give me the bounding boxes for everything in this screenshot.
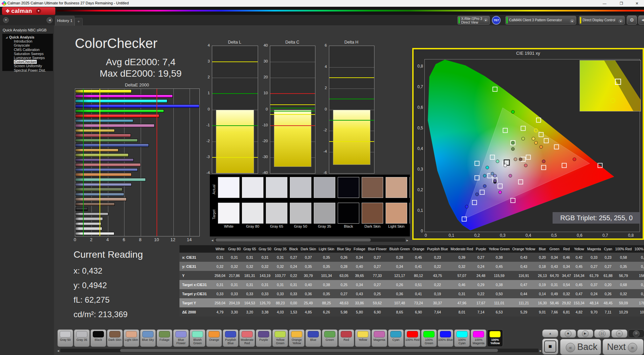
pattern-window-button[interactable]: [-]: [594, 329, 610, 338]
meter-count-badge[interactable]: 707: [492, 16, 501, 25]
patch-button-light-skin[interactable]: Light Skin: [123, 329, 139, 347]
gear-icon[interactable]: ⚙: [627, 16, 637, 25]
sidebar-item-saturation-sweeps[interactable]: Saturation Sweeps: [2, 52, 53, 56]
scrollbar-thumb[interactable]: [216, 238, 371, 242]
workflow-options-button[interactable]: ●: [3, 17, 9, 23]
table-cell: 101,34: [317, 271, 336, 280]
cie-y-tick: 0,7: [413, 84, 423, 89]
patch-button-orange-yellow[interactable]: Orange Yellow: [289, 329, 305, 347]
sidebar-item-grayscale[interactable]: Grayscale: [2, 43, 53, 47]
table-cell: 181,31: [242, 271, 257, 280]
table-cell: 0,43: [548, 262, 561, 271]
chevron-down-icon[interactable]: ▼: [570, 19, 575, 24]
sidebar-item-screen-uniformity[interactable]: Screen Uniformity: [2, 64, 53, 68]
pattern-generator-dropdown[interactable]: CalMAN Client 3 Pattern Generator ▼: [505, 16, 576, 25]
display-control-dropdown[interactable]: Direct Display Control ▼: [579, 16, 625, 25]
patch-button-red[interactable]: Red: [338, 329, 354, 347]
tab-history-1[interactable]: History 1: [55, 16, 75, 26]
deltae-bar-bluish-green: [75, 178, 146, 181]
measured-point: [483, 184, 486, 187]
patch-strip-scrollbar[interactable]: ◀ ▶: [56, 348, 543, 353]
scrollbar-thumb[interactable]: [120, 349, 498, 352]
stop-pattern-button[interactable]: ■: [542, 338, 558, 355]
sidebar-item-spectral-power-dist-[interactable]: Spectral Power Dist.: [2, 68, 53, 72]
patch-button-purplish-blue[interactable]: Purplish Blue: [223, 329, 239, 347]
patch-button-blue-flower[interactable]: Blue Flower: [173, 329, 189, 347]
patch-button-100-blue[interactable]: 100% Blue: [438, 329, 453, 347]
chevron-down-icon[interactable]: ▼: [618, 19, 623, 24]
target-swatch-light-skin: [386, 203, 407, 224]
delta_h-bar: [333, 110, 370, 165]
table-cell: 111,01: [487, 298, 511, 307]
sidebar-item-introduction[interactable]: Introduction: [2, 39, 53, 43]
patch-chip: [258, 331, 269, 337]
sidebar-item-luminance-sweeps[interactable]: Luminance Sweeps: [2, 56, 53, 60]
table-cell: 0,22: [426, 280, 449, 289]
patch-button-orange[interactable]: Orange: [206, 329, 222, 347]
restore-button[interactable]: ❐: [616, 0, 627, 7]
patch-button-100-yellow[interactable]: 100% Yellow: [487, 329, 503, 347]
scroll-left-icon[interactable]: ◀: [56, 349, 60, 352]
patch-button-foliage[interactable]: Foliage: [157, 329, 172, 347]
patch-button-100-green[interactable]: 100% Green: [421, 329, 437, 347]
table-cell: 0,31: [213, 280, 227, 289]
patch-chip: [341, 331, 352, 337]
tree-root-quick-analysis[interactable]: ◢Quick Analysis: [2, 35, 53, 39]
cie-x-tick: 0,4: [522, 233, 535, 238]
back-button[interactable]: «Back: [560, 339, 601, 355]
cie-x-tick: 0,5: [547, 233, 561, 238]
continuous-measure-button[interactable]: ∞: [611, 329, 627, 338]
strip-collapse-button[interactable]: ▲: [542, 329, 558, 337]
patch-button-moderate-red[interactable]: Moderate Red: [239, 329, 255, 347]
close-button[interactable]: ✕: [631, 0, 643, 7]
patch-button-bluish-green[interactable]: Bluish Green: [190, 329, 205, 347]
deltae-x-tick: 10: [151, 237, 162, 242]
sidebar-item-colorchecker[interactable]: ColorChecker: [2, 60, 53, 64]
table-cell: 0,33: [227, 289, 242, 298]
patch-button-100-magenta[interactable]: 100% Magenta: [471, 329, 486, 347]
deltae-x-tick: 8: [135, 237, 145, 242]
patch-button-yellow[interactable]: Yellow: [355, 329, 371, 347]
patch-button-blue-sky[interactable]: Blue Sky: [140, 329, 156, 347]
logo-caret-icon[interactable]: ▼: [36, 8, 41, 14]
play-button[interactable]: ▶: [577, 329, 593, 338]
pattern-generator-status-bar: [506, 17, 508, 24]
patch-button-purple[interactable]: Purple: [256, 329, 272, 347]
patch-button-gray-50[interactable]: Gray 50: [57, 329, 73, 347]
toolbar: ● ◀ History 1 + X-Rite i1Pro 3 Direct Vi…: [0, 15, 644, 25]
cie-x-tick: 0,1: [445, 233, 458, 238]
table-cell: 0,45: [572, 262, 586, 271]
chevron-down-icon[interactable]: ▼: [483, 18, 488, 23]
patch-button-blue[interactable]: Blue: [305, 329, 321, 347]
patch-button-gray-35[interactable]: Gray 35: [74, 329, 90, 347]
add-tab-button[interactable]: +: [75, 18, 83, 26]
patch-button-yellow-green[interactable]: Yellow Green: [272, 329, 288, 347]
patch-button-black[interactable]: Black: [90, 329, 106, 347]
patch-button-dark-skin[interactable]: Dark Skin: [107, 329, 123, 347]
scroll-right-icon[interactable]: ▶: [405, 238, 410, 242]
swatch-label: Gray 35: [314, 224, 335, 228]
cie-x-tick: 0,6: [573, 233, 586, 238]
sidebar-item-cms-calibration[interactable]: CMS Calibration: [2, 48, 53, 52]
patch-button-100-cyan[interactable]: 100% Cyan: [454, 329, 470, 347]
swatch-scrollbar[interactable]: ◀ ▶: [210, 238, 410, 242]
collapse-panel-button[interactable]: ◀: [638, 16, 644, 25]
patch-button-100-red[interactable]: 100% Red: [404, 329, 420, 347]
table-cell: 8,01: [449, 307, 475, 316]
scroll-left-icon[interactable]: ◀: [210, 238, 215, 242]
delta_l-chart: [212, 46, 258, 174]
sync-button[interactable]: ⟳: [628, 329, 644, 338]
patch-button-green[interactable]: Green: [322, 329, 338, 347]
table-cell: 7,64: [426, 307, 449, 316]
minimize-button[interactable]: —: [599, 0, 610, 7]
meter-dropdown[interactable]: X-Rite i1Pro 3 Direct View ▼: [457, 16, 490, 25]
patch-button-cyan[interactable]: Cyan: [388, 329, 404, 347]
next-button[interactable]: Next»: [603, 339, 644, 355]
table-cell: 0,40: [352, 262, 366, 271]
collapse-sidebar-button[interactable]: ◀: [47, 17, 53, 23]
calman-logo-menu[interactable]: ❖ calman ▼: [2, 7, 55, 15]
stop-button[interactable]: ■: [560, 329, 576, 338]
patch-button-magenta[interactable]: Magenta: [371, 329, 387, 347]
actual-swatch-white: [218, 177, 240, 198]
deltae-x-tick: 0: [70, 237, 80, 242]
